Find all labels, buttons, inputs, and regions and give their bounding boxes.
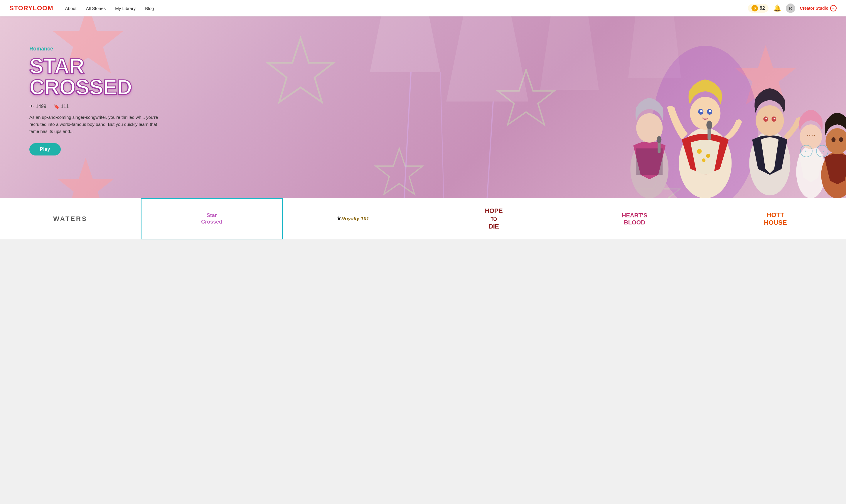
play-button[interactable]: Play [29,143,61,156]
hero-navigation: ← → [800,145,828,157]
svg-point-21 [706,154,710,158]
nav-about[interactable]: About [65,6,76,11]
svg-point-20 [697,149,702,154]
thumb-royalty-label: Royalty 101 [341,216,369,222]
nav-my-library[interactable]: My Library [115,6,136,11]
hero-stats: 👁 1499 🔖 111 [29,104,164,109]
notification-bell[interactable]: 🔔 [773,4,781,12]
svg-point-29 [706,121,712,129]
thumbnail-strip: WATERS StarCrossed ♛ Royalty 101 HOPETOD… [0,198,846,239]
hero-content: Romance STAR CROSSED 👁 1499 🔖 111 As an … [29,46,164,156]
svg-point-27 [709,110,711,112]
svg-point-26 [700,110,703,112]
hero-views: 👁 1499 [29,104,47,109]
nav-all-stories[interactable]: All Stories [86,6,106,11]
svg-point-39 [774,118,775,120]
svg-point-23 [690,97,720,130]
nav-blog[interactable]: Blog [145,6,154,11]
svg-point-38 [765,118,767,120]
brand-logo[interactable]: STORYLOOM [10,4,53,12]
svg-point-43 [826,128,846,154]
thumb-hotthouse-label: HOTTHOUSE [764,211,787,227]
thumbnail-royalty-101[interactable]: ♛ Royalty 101 [283,198,424,239]
nav-links: About All Stories My Library Blog [65,6,748,11]
hero-title: STAR CROSSED [29,55,164,98]
hero-saves: 🔖 111 [53,104,69,109]
coin-badge: $ 92 [748,4,769,13]
hero-description: As an up-and-coming singer-songwriter, y… [29,114,164,135]
thumb-starcrossed-label: StarCrossed [201,212,222,225]
hero-prev-button[interactable]: ← [800,145,813,157]
svg-point-45 [839,137,843,142]
svg-marker-1 [57,158,114,198]
nav-right: $ 92 🔔 R Creator Studio → [748,3,836,13]
hero-characters [254,16,846,198]
svg-point-22 [702,158,705,162]
crown-icon: ♛ [337,215,341,221]
thumb-hopetodie-label: HOPETODIE [485,207,503,230]
creator-studio-button[interactable]: Creator Studio → [800,5,836,12]
hero-next-button[interactable]: → [816,145,828,157]
svg-point-44 [831,137,835,142]
hero-genre: Romance [29,46,164,52]
eye-icon: 👁 [29,104,34,109]
user-avatar[interactable]: R [786,3,795,13]
svg-point-33 [657,136,662,143]
thumbnail-hearts-blood[interactable]: HEART'SBLOOD [564,198,705,239]
thumb-waters-label: WATERS [53,215,87,223]
hero-section: Romance STAR CROSSED 👁 1499 🔖 111 As an … [0,16,846,198]
thumbnail-waters[interactable]: WATERS [0,198,141,239]
bookmark-icon: 🔖 [53,104,59,109]
thumbnail-star-crossed[interactable]: StarCrossed [141,198,283,239]
thumb-heartsblood-label: HEART'SBLOOD [622,212,647,226]
coin-icon: $ [752,5,758,12]
coin-count: 92 [760,5,765,11]
thumbnail-hott-house[interactable]: HOTTHOUSE [705,198,846,239]
navbar: STORYLOOM About All Stories My Library B… [0,0,846,16]
creator-studio-arrow-icon: → [830,5,836,12]
svg-point-35 [756,105,784,136]
thumbnail-hope-to-die[interactable]: HOPETODIE [423,198,564,239]
